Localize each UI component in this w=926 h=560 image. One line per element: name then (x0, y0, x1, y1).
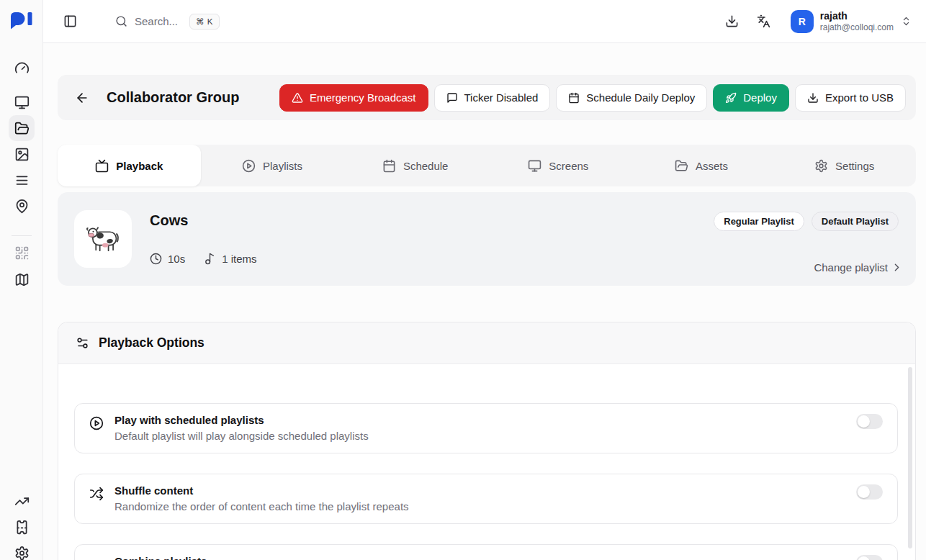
app-logo-icon (10, 12, 33, 30)
badge-default-playlist: Default Playlist (812, 212, 899, 231)
playback-options-body: Play with scheduled playlists Default pl… (58, 364, 915, 560)
sidebar-item-media[interactable] (9, 141, 35, 167)
topbar-actions: R rajath rajath@colloqi.com (719, 8, 912, 35)
gear-icon (14, 546, 30, 560)
sidebar-item-licenses[interactable] (9, 514, 35, 540)
playlist-item-count: 1 items (204, 253, 256, 265)
search-icon (115, 15, 127, 27)
header-actions: Emergency Broadcast Ticker Disabled Sche… (279, 84, 906, 112)
sidebar-item-playlists[interactable] (9, 167, 35, 193)
sidebar-item-locations[interactable] (9, 193, 35, 219)
ticker-disabled-button[interactable]: Ticker Disabled (434, 84, 551, 112)
search-shortcut-badge: ⌘ K (189, 14, 220, 30)
list-end-icon (89, 557, 104, 560)
user-menu[interactable]: R rajath rajath@colloqi.com (791, 10, 912, 33)
page-title: Collaborator Group (107, 89, 239, 106)
tab-settings[interactable]: Settings (773, 145, 916, 186)
badge-regular-playlist: Regular Playlist (714, 212, 804, 231)
monitor-icon (14, 95, 30, 110)
monitor-icon (528, 159, 541, 173)
schedule-daily-deploy-button[interactable]: Schedule Daily Deploy (556, 84, 707, 112)
option-row-play-with-scheduled: Play with scheduled playlists Default pl… (74, 403, 898, 453)
option-label: Play with scheduled playlists (114, 414, 369, 426)
translate-button[interactable] (750, 8, 778, 35)
arrow-left-icon (75, 91, 89, 105)
sidebar-item-qr-code[interactable] (9, 240, 35, 266)
topbar: Search... ⌘ K R rajath rajath@colloqi.co… (43, 0, 926, 43)
playlist-card: Cows 10s 1 items Regular Playlist Defaul… (58, 192, 916, 286)
tab-label: Playlists (263, 160, 302, 172)
tab-screens[interactable]: Screens (487, 145, 630, 186)
tab-label: Schedule (403, 160, 449, 172)
playlist-meta: 10s 1 items (150, 253, 257, 265)
back-button[interactable] (69, 85, 95, 111)
shuffle-icon (89, 487, 104, 501)
option-description: Default playlist will play alongside sch… (114, 430, 369, 442)
sidebar-item-screens[interactable] (9, 89, 35, 115)
calendar-icon (568, 92, 580, 104)
emergency-broadcast-button[interactable]: Emergency Broadcast (279, 84, 428, 112)
scrollbar-thumb[interactable] (908, 367, 912, 548)
chevron-right-icon (891, 261, 903, 274)
toggle-play-with-scheduled[interactable] (856, 414, 883, 429)
tab-label: Screens (549, 160, 588, 172)
user-email: rajath@colloqi.com (820, 22, 894, 32)
sidebar-item-groups[interactable] (9, 115, 35, 141)
change-playlist-label: Change playlist (814, 261, 888, 274)
deploy-button[interactable]: Deploy (713, 84, 789, 112)
map-pin-icon (14, 199, 30, 214)
download-button[interactable] (719, 8, 746, 35)
sidebar-divider (12, 235, 32, 236)
map-icon (14, 272, 30, 287)
sidebar-item-map[interactable] (9, 266, 35, 292)
toggle-combine-playlists[interactable] (856, 555, 883, 560)
option-text: Play with scheduled playlists Default pl… (114, 414, 369, 442)
user-name: rajath (820, 10, 894, 22)
folder-open-icon (675, 159, 688, 173)
playlist-duration: 10s (150, 253, 185, 265)
message-square-icon (446, 92, 458, 104)
download-icon (807, 92, 819, 104)
tab-label: Settings (835, 160, 874, 172)
sliders-icon (76, 336, 89, 350)
rocket-icon (725, 92, 737, 104)
option-text: Combine playlists (114, 555, 207, 560)
toggle-shuffle-content[interactable] (856, 484, 883, 500)
search-input[interactable]: Search... ⌘ K (115, 14, 220, 30)
user-meta: rajath rajath@colloqi.com (820, 10, 894, 32)
ticker-disabled-label: Ticker Disabled (464, 91, 539, 104)
alert-triangle-icon (292, 92, 303, 104)
option-row-combine-playlists: Combine playlists (74, 544, 898, 560)
music-note-icon (204, 253, 216, 265)
tab-playback[interactable]: Playback (58, 145, 201, 186)
page-header: Collaborator Group Emergency Broadcast T… (58, 75, 916, 120)
panel-left-icon (63, 14, 77, 28)
playlist-badges: Regular Playlist Default Playlist (714, 212, 899, 231)
sidebar-item-dashboard[interactable] (9, 55, 35, 81)
playlist-thumbnail (74, 210, 132, 268)
sidebar-item-settings[interactable] (9, 540, 35, 560)
menu-lines-icon (14, 173, 30, 188)
playback-options-title: Playback Options (99, 335, 204, 351)
change-playlist-link[interactable]: Change playlist (814, 261, 903, 274)
option-description: Randomize the order of content each time… (114, 500, 409, 512)
export-usb-button[interactable]: Export to USB (795, 84, 906, 112)
image-icon (14, 147, 30, 162)
languages-icon (757, 14, 770, 28)
play-circle-icon (242, 159, 256, 173)
app-logo[interactable] (0, 12, 43, 30)
sidebar (0, 0, 43, 560)
sidebar-item-analytics[interactable] (9, 488, 35, 514)
tab-schedule[interactable]: Schedule (343, 145, 487, 186)
tab-label: Playback (116, 160, 163, 172)
tab-label: Assets (696, 160, 728, 172)
qr-code-icon (14, 245, 30, 261)
option-row-shuffle-content: Shuffle content Randomize the order of c… (74, 474, 898, 524)
option-label: Shuffle content (114, 484, 409, 497)
sidebar-toggle-button[interactable] (56, 8, 84, 35)
tab-assets[interactable]: Assets (630, 145, 773, 186)
option-text: Shuffle content Randomize the order of c… (114, 484, 409, 512)
playlist-duration-value: 10s (168, 253, 185, 265)
playlist-title: Cows (150, 212, 188, 229)
tab-playlists[interactable]: Playlists (201, 145, 344, 186)
